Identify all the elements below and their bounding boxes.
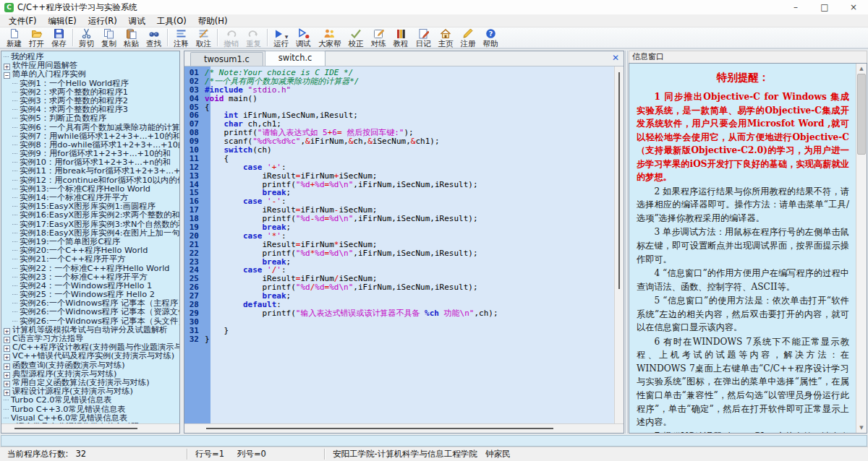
toolbar-button-people-help[interactable]: 大家帮 xyxy=(315,27,345,48)
tree-item-label[interactable]: 函数查询(支持函数演示与对练) xyxy=(12,361,125,370)
toolbar-button-copy[interactable]: 复制 xyxy=(98,27,120,48)
tree-item[interactable]: +常用自定义函数算法(支持演示与对练) xyxy=(4,379,179,387)
tree-item[interactable]: 实例14:一个标准C程序开平方 xyxy=(4,194,179,202)
tree-item[interactable]: 实例1：一个Hello World程序 xyxy=(4,79,179,88)
menu-item-0[interactable]: 文件(F) xyxy=(3,14,43,27)
tree-item-label[interactable]: 实例4：求两个整数的和程序3 xyxy=(20,105,128,114)
toolbar-button-find[interactable]: 查找 xyxy=(142,27,165,48)
tree-item[interactable]: 实例19:一个简单图形C程序 xyxy=(4,238,179,246)
menu-item-1[interactable]: 编辑(E) xyxy=(43,14,82,27)
tree-item[interactable]: 实例7：用while循环求1+2+3+...+10的和 xyxy=(4,132,179,141)
tree-item-label[interactable]: 实例16:EasyX图形库实例2:求两个整数的和 xyxy=(20,211,179,220)
tree-item[interactable]: 实例24：一个Windows程序Hello 1 xyxy=(4,282,179,290)
tree-item-label[interactable]: 实例5：判断正负数程序 xyxy=(20,114,106,123)
editor-tab-switch.c[interactable]: switch.c xyxy=(265,51,326,66)
tree-item[interactable]: +C/C++程序设计教程(支持例题与作业题演示与对练) xyxy=(4,343,179,352)
info-vertical-scrollbar[interactable]: ▲ ▼ xyxy=(856,64,867,433)
tree-item[interactable]: 实例22：一个标准C++程序Hello World xyxy=(4,264,179,273)
tree-item-label[interactable]: 实例8：用do-while循环求1+2+3+...+10的和 xyxy=(20,141,179,150)
tree-horizontal-scrollbar[interactable] xyxy=(1,423,179,433)
toolbar-button-uncomment[interactable]: 取注 xyxy=(192,27,215,48)
expand-icon[interactable]: + xyxy=(4,64,10,70)
tree-item-label[interactable]: 实例24：一个Windows程序Hello 1 xyxy=(20,282,152,290)
tree-item-label[interactable]: 实例17:EasyX图形库实例3:求N个自然数的和 xyxy=(20,220,179,229)
tree-item[interactable]: 实例4：求两个整数的和程序3 xyxy=(4,105,179,114)
tree-item[interactable]: +课程设计源程序(支持演示与对练) xyxy=(4,387,179,396)
toolbar-button-help[interactable]: ?帮助 xyxy=(480,27,502,48)
toolbar-button-register-pen[interactable]: 注册 xyxy=(457,27,480,48)
tree-item[interactable]: 实例26:一个Widnows程序 记事本（头文件） xyxy=(4,317,179,326)
tree-item[interactable]: 实例15:EasyX图形库实例1:画圆程序 xyxy=(4,202,179,211)
tree-item-label[interactable]: VC++错误代码及程序实例(支持演示与对练) xyxy=(12,352,174,361)
tree-item[interactable]: 实例26:一个Widnows程序 记事本（资源文件） xyxy=(4,308,179,316)
line-number[interactable]: 03 xyxy=(184,86,205,95)
line-number[interactable]: 21 xyxy=(184,241,205,249)
tree-item[interactable]: +典型源程序(支持演示与对练) xyxy=(4,370,179,379)
toolbar-button-home[interactable]: 主页 xyxy=(435,27,457,48)
tree-item[interactable]: Turbo C2.0常见错误信息表 xyxy=(4,396,179,405)
toolbar-button-books[interactable]: 教程 xyxy=(390,27,412,48)
tree-item-label[interactable]: 实例20:一个C++程序Hello World xyxy=(20,246,148,255)
line-number[interactable]: 30 xyxy=(184,318,205,327)
info-vscroll-thumb[interactable] xyxy=(857,74,866,155)
tab-close-icon[interactable]: ✕ xyxy=(612,53,619,63)
tree-item-label[interactable]: 实例11：用break与for循环求1+2+3+...+10的和 xyxy=(20,167,179,176)
tree-item[interactable]: 实例17:EasyX图形库实例3:求N个自然数的和 xyxy=(4,220,179,229)
tree-item-label[interactable]: 实例25：一个Windows程序 Hello 2 xyxy=(20,290,155,299)
toolbar-button-paste[interactable]: 粘贴 xyxy=(120,27,142,48)
tree-item-label[interactable]: 我的程序 xyxy=(11,53,43,61)
expand-icon[interactable]: + xyxy=(4,337,10,343)
toolbar-button-debug[interactable]: 调试 xyxy=(292,27,315,48)
tree-item[interactable]: 实例21:一个C++程序开平方 xyxy=(4,255,179,264)
tree-item-label[interactable]: 课程设计源程序(支持演示与对练) xyxy=(12,387,133,396)
tree-item[interactable]: 实例11：用break与for循环求1+2+3+...+10的和 xyxy=(4,167,179,176)
expand-icon[interactable]: + xyxy=(4,345,10,352)
tree-item[interactable]: +VC++错误代码及程序实例(支持演示与对练) xyxy=(4,352,179,361)
expand-icon[interactable]: + xyxy=(4,389,10,396)
tree-item[interactable]: 实例25：一个Windows程序 Hello 2 xyxy=(4,290,179,299)
expand-icon[interactable]: + xyxy=(4,381,10,387)
tree-item[interactable]: +函数查询(支持函数演示与对练) xyxy=(4,361,179,370)
toolbar-button-practice-pad[interactable]: 对练 xyxy=(367,27,390,48)
tree-item[interactable]: 实例6：一个具有两个数加减乘除功能的计算器 xyxy=(4,124,179,132)
tree-item[interactable]: 实例10：用for循环求1+2+3+...+n的和 xyxy=(4,158,179,167)
tree-item[interactable]: 实例3：求两个整数的和程序2 xyxy=(4,97,179,105)
line-number[interactable]: 12 xyxy=(184,163,205,172)
toolbar-button-run[interactable]: ▼运行 xyxy=(270,27,292,48)
tree-item[interactable]: 实例2：求两个整数的和程序1 xyxy=(4,88,179,97)
tree-item[interactable]: 实例18:EasyX图形库实例4:在图片上加一句话 xyxy=(4,229,179,238)
editor-tab-twosum1.c[interactable]: twosum1.c xyxy=(190,52,263,66)
line-number[interactable]: 22 xyxy=(184,249,205,258)
editor-hscroll-thumb[interactable] xyxy=(206,428,553,429)
tree-item-label[interactable]: 实例26:一个Widnows程序 记事本（头文件） xyxy=(20,317,179,326)
line-number[interactable]: 32 xyxy=(184,335,205,344)
menu-item-2[interactable]: 运行(R) xyxy=(82,14,123,27)
tree-item[interactable]: Turbo C++3.0常见错误信息表 xyxy=(4,405,179,414)
tree-item[interactable]: 我的程序 xyxy=(4,53,179,61)
right-splitter[interactable] xyxy=(625,51,628,434)
tree-item-label[interactable]: Turbo C2.0常见错误信息表 xyxy=(11,396,112,405)
maximize-button[interactable]: □ xyxy=(810,0,839,14)
menu-item-3[interactable]: 调试 xyxy=(123,14,151,27)
expand-icon[interactable]: + xyxy=(4,363,10,370)
tree-item-label[interactable]: 实例9：用for循环求1+2+3+...+10的和 xyxy=(20,150,171,158)
code-editor[interactable]: 01/* Note:Your choice is C IDE */02/*一个具… xyxy=(184,66,614,423)
line-number[interactable]: 13 xyxy=(184,172,205,181)
tree-item[interactable]: +C语言学习方法指导 xyxy=(4,335,179,343)
tree-item[interactable]: 实例23：一个标准C++程序开平方 xyxy=(4,273,179,282)
tree-item-label[interactable]: 实例21:一个C++程序开平方 xyxy=(20,255,126,264)
collapse-icon[interactable]: − xyxy=(4,72,10,79)
tree-item[interactable]: +计算机等级模拟考试与自动评分及试题解析 xyxy=(4,326,179,335)
tree-item-label[interactable]: 软件应用问题解答 xyxy=(12,61,77,70)
tree-item-label[interactable]: 实例1：一个Hello World程序 xyxy=(20,79,129,88)
menu-item-4[interactable]: 工具(O) xyxy=(151,14,192,27)
tree-item-label[interactable]: 实例12：用continue和for循环求10以内的偶数 xyxy=(20,176,179,185)
editor-horizontal-scrollbar[interactable] xyxy=(184,423,624,433)
tree-item[interactable]: 实例16:EasyX图形库实例2:求两个整数的和 xyxy=(4,211,179,220)
toolbar-button-check[interactable]: 校正 xyxy=(345,27,367,48)
dropdown-caret-icon[interactable]: ▼ xyxy=(285,34,289,39)
scroll-up-arrow[interactable]: ▲ xyxy=(856,66,867,72)
tree-item-label[interactable]: 实例7：用while循环求1+2+3+...+10的和 xyxy=(20,132,179,141)
tree-item-label[interactable]: 实例18:EasyX图形库实例4:在图片上加一句话 xyxy=(20,229,179,238)
toolbar-button-comment[interactable]: 注释 xyxy=(170,27,192,48)
